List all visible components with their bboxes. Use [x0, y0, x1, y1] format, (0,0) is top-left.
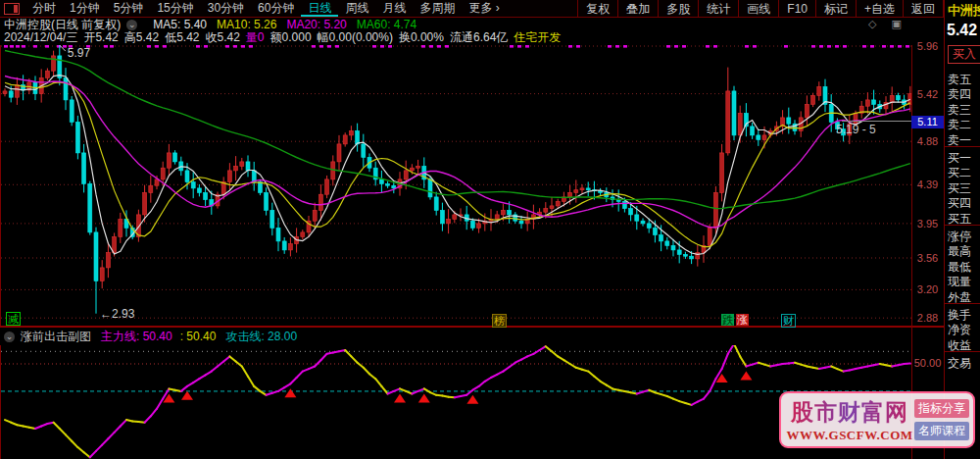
attack-line-value: 攻击线: 28.00 — [225, 329, 297, 345]
period-tab-30分钟[interactable]: 30分钟 — [201, 1, 251, 15]
period-tab-分时[interactable]: 分时 — [25, 1, 63, 15]
tool-button-统计[interactable]: 统计 — [698, 0, 738, 17]
watermark-box: 股市财富网 WWW.GSCFW.COM 指标分享 名师课程 — [779, 391, 975, 448]
period-tab-更多 ›[interactable]: 更多 › — [462, 1, 506, 15]
toolbar-buttons: 复权叠加多股统计画线F10标记+自选返回 — [577, 0, 944, 17]
period-tab-1分钟[interactable]: 1分钟 — [63, 1, 107, 15]
watermark-url: WWW.GSCFW.COM — [785, 428, 914, 443]
sub-axis-label: 50.00 — [911, 357, 944, 369]
info-field: 住宅开发 — [514, 29, 561, 46]
period-tab-周线[interactable]: 周线 — [338, 1, 375, 15]
info-field: 流通6.64亿 — [450, 29, 508, 46]
watermark-site-name: 股市财富网 — [785, 397, 914, 428]
main-line-value: 主力线: 50.40 — [101, 329, 172, 345]
marker-badge-财[interactable]: 财 — [781, 314, 796, 328]
ohlc-info-row: 2024/12/04/三开5.42高5.42低5.42收5.42量0额0.000… — [0, 31, 911, 44]
period-tab-多周期[interactable]: 多周期 — [413, 1, 462, 15]
chart-corner-icons[interactable]: ◇ ▣ — [868, 18, 907, 30]
period-tab-月线[interactable]: 月线 — [375, 1, 413, 15]
quote-divider — [945, 225, 980, 226]
svg-text:5.97: 5.97 — [68, 46, 91, 60]
quote-divider — [945, 303, 980, 304]
period-tab-5分钟[interactable]: 5分钟 — [107, 1, 151, 15]
info-field: 幅0.00(0.00%) — [318, 29, 393, 46]
tool-button-F10[interactable]: F10 — [778, 0, 815, 17]
main-candlestick-chart[interactable]: 5.97←2.935.19 - 5 — [0, 45, 912, 327]
price-axis-label: 5.96 — [911, 40, 944, 52]
marker-badge-涨[interactable]: 涨 — [736, 314, 749, 326]
quote-divider — [945, 146, 980, 147]
panel-separator — [0, 326, 944, 328]
quote-stock-name[interactable]: 中洲控 — [948, 2, 980, 20]
tool-button-画线[interactable]: 画线 — [738, 0, 778, 17]
menubar: 分时1分钟5分钟15分钟30分钟60分钟日线周线月线多周期更多 › 复权叠加多股… — [0, 0, 944, 18]
watermark-tag-indicator-share[interactable]: 指标分享 — [914, 399, 969, 418]
marker-badge-榜[interactable]: 榜 — [492, 314, 507, 328]
tool-button-标记[interactable]: 标记 — [815, 0, 856, 17]
buy-button[interactable]: 买入 — [948, 45, 980, 64]
candlestick-svg: 5.97←2.935.19 - 5 — [1, 45, 912, 327]
svg-text:←2.93: ←2.93 — [100, 307, 135, 321]
indicator-header: ⌄ 涨前出击副图 主力线: 50.40 : 50.40 攻击线: 28.00 — [0, 330, 911, 343]
watermark-text: 股市财富网 WWW.GSCFW.COM — [785, 397, 914, 443]
period-tab-60分钟[interactable]: 60分钟 — [251, 1, 301, 15]
indicator-chart[interactable] — [0, 345, 912, 459]
period-tab-日线[interactable]: 日线 — [301, 1, 338, 17]
price-axis-label: 3.95 — [911, 218, 944, 230]
tool-button-+自选[interactable]: +自选 — [856, 0, 903, 17]
watermark-tag-courses[interactable]: 名师课程 — [914, 422, 969, 440]
info-field: 开5.42 — [83, 29, 118, 46]
period-tabs: 分时1分钟5分钟15分钟30分钟60分钟日线周线月线多周期更多 › — [25, 0, 507, 17]
quote-last-price: 5.42 — [947, 22, 977, 39]
marker-badge-跌[interactable]: 跌 — [721, 314, 734, 326]
price-axis-label: 4.88 — [911, 135, 944, 147]
price-axis-label: 5.42 — [911, 88, 944, 100]
info-field: 量0 — [246, 29, 265, 46]
trading-app-window: { "menubar": { "periods": ["分时","1分钟","5… — [0, 0, 980, 459]
info-field: 低5.42 — [165, 29, 199, 46]
svg-text:5.19 - 5: 5.19 - 5 — [836, 123, 876, 136]
quote-info-row[interactable]: 交易 — [948, 355, 971, 372]
quote-panel: 中洲控 5.42 买入 卖五卖四卖三卖二卖一买一买二买三买四买五涨停最高最低现量… — [944, 0, 980, 459]
tool-button-叠加[interactable]: 叠加 — [617, 0, 658, 17]
period-tab-15分钟[interactable]: 15分钟 — [150, 1, 200, 15]
info-field: 额0.000 — [270, 29, 312, 46]
info-field: 2024/12/04/三 — [4, 29, 77, 46]
price-axis-label: 3.20 — [911, 283, 944, 295]
info-field: 换0.00% — [399, 29, 444, 46]
price-axis-label: 4.39 — [911, 178, 944, 190]
marker-badge-减[interactable]: 减 — [6, 312, 21, 326]
quote-divider — [945, 351, 980, 352]
info-field: 收5.42 — [205, 29, 239, 46]
watermark-tags: 指标分享 名师课程 — [914, 399, 969, 440]
price-axis-label: 3.56 — [911, 252, 944, 264]
tool-button-返回[interactable]: 返回 — [903, 0, 944, 17]
last-price-tag: 5.11 — [911, 116, 944, 128]
tool-button-多股[interactable]: 多股 — [658, 0, 698, 17]
window-split-icon[interactable] — [4, 3, 20, 15]
info-field: 高5.42 — [124, 29, 159, 46]
indicator-name[interactable]: 涨前出击副图 — [21, 329, 91, 345]
price-axis-label: 2.88 — [911, 312, 944, 324]
chevron-down-circle-icon[interactable]: ⌄ — [4, 332, 15, 342]
main-line-value-2: : 50.40 — [180, 330, 217, 343]
chevron-down-circle-icon[interactable]: ⌄ — [126, 20, 137, 30]
indicator-svg — [1, 345, 912, 459]
tool-button-复权[interactable]: 复权 — [577, 0, 617, 17]
